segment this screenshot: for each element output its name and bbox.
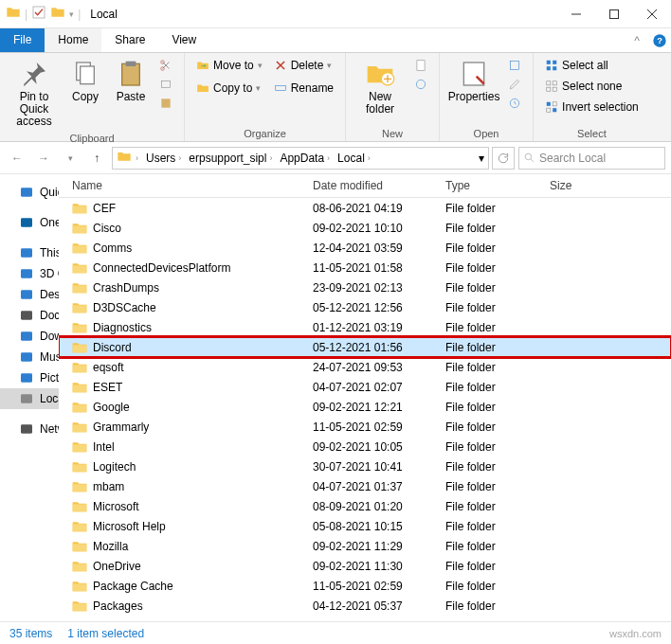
table-row[interactable]: Packages04-12-2021 05:37File folder	[59, 596, 671, 616]
rename-button[interactable]: Rename	[270, 80, 337, 97]
table-row[interactable]: Grammarly11-05-2021 02:59File folder	[59, 417, 671, 437]
copy-path-button[interactable]	[155, 76, 176, 93]
table-row[interactable]: Microsoft Help05-08-2021 10:15File folde…	[59, 516, 671, 536]
paste-icon	[116, 59, 146, 89]
crumb-users[interactable]: Users›	[142, 152, 185, 165]
svg-rect-26	[547, 81, 551, 85]
table-row[interactable]: mbam04-07-2021 01:37File folder	[59, 476, 671, 496]
copy-button[interactable]: Copy	[64, 57, 106, 105]
new-folder-button[interactable]: New folder	[354, 57, 407, 117]
svg-rect-44	[21, 394, 32, 402]
forward-button[interactable]: →	[32, 147, 55, 170]
folder-icon	[72, 580, 87, 593]
crumb-local[interactable]: Local›	[334, 152, 374, 165]
tab-home[interactable]: Home	[45, 28, 101, 52]
copy-to-button[interactable]: Copy to▾	[192, 80, 266, 97]
folder-icon	[72, 222, 87, 235]
tab-view[interactable]: View	[158, 28, 209, 52]
table-row[interactable]: Google09-02-2021 12:21File folder	[59, 397, 671, 417]
table-row[interactable]: Diagnostics01-12-2021 03:19File folder	[59, 317, 671, 337]
pin-button[interactable]: Pin to Quick access	[8, 57, 61, 131]
window-controls	[557, 0, 671, 28]
maximize-button[interactable]	[595, 0, 633, 28]
open-button[interactable]	[504, 57, 525, 74]
table-row[interactable]: Microsoft08-09-2021 01:20File folder	[59, 496, 671, 516]
col-name[interactable]: Name	[59, 174, 305, 197]
sidebar-item[interactable]: Desktop	[0, 284, 59, 305]
history-button[interactable]	[504, 95, 525, 112]
table-row[interactable]: D3DSCache05-12-2021 12:56File folder	[59, 297, 671, 317]
sidebar-item[interactable]: Documents	[0, 305, 59, 326]
sidebar-icon	[19, 287, 34, 302]
minimize-button[interactable]	[557, 0, 595, 28]
refresh-button[interactable]	[492, 147, 515, 170]
copyto-icon	[196, 81, 209, 95]
table-row[interactable]: Logitech30-07-2021 10:41File folder	[59, 456, 671, 476]
table-row[interactable]: eqsoft24-07-2021 09:53File folder	[59, 357, 671, 377]
table-row[interactable]: ESET04-07-2021 02:07File folder	[59, 377, 671, 397]
crumb-user[interactable]: erpsupport_sipl›	[185, 152, 276, 165]
table-row[interactable]: Cisco09-02-2021 10:10File folder	[59, 218, 671, 238]
table-row[interactable]: CEF08-06-2021 04:19File folder	[59, 198, 671, 218]
qat-dropdown-icon[interactable]: ▾	[69, 9, 74, 19]
sidebar-icon	[19, 421, 34, 437]
paste-shortcut-button[interactable]	[155, 95, 176, 112]
edit-button[interactable]	[504, 76, 525, 93]
easy-access-button[interactable]	[410, 76, 431, 93]
new-item-button[interactable]	[410, 57, 431, 74]
paste-button[interactable]: Paste	[110, 57, 152, 105]
folder-icon	[72, 242, 87, 255]
invert-selection-button[interactable]: Invert selection	[541, 98, 643, 116]
table-row[interactable]: Package Cache11-05-2021 02:59File folder	[59, 576, 671, 596]
crumb-appdata[interactable]: AppData›	[276, 152, 334, 165]
checkbox-icon[interactable]	[31, 5, 46, 23]
sidebar-item[interactable]: This PC	[0, 242, 59, 263]
sidebar-item[interactable]: Downloads	[0, 326, 59, 347]
table-row[interactable]: Discord05-12-2021 01:56File folder	[59, 337, 671, 357]
table-row[interactable]: ConnectedDevicesPlatform11-05-2021 01:58…	[59, 258, 671, 277]
moveto-icon	[196, 59, 209, 72]
sidebar-item[interactable]: OneDrive	[0, 212, 59, 233]
select-none-button[interactable]: Select none	[541, 78, 643, 95]
table-row[interactable]: Comms12-04-2021 03:59File folder	[59, 238, 671, 258]
svg-rect-39	[21, 290, 32, 298]
table-row[interactable]: Intel09-02-2021 10:05File folder	[59, 437, 671, 456]
up-button[interactable]: ↑	[85, 147, 108, 170]
move-to-button[interactable]: Move to▾	[192, 57, 266, 74]
sidebar-item[interactable]: Quick access	[0, 182, 59, 203]
col-size[interactable]: Size	[542, 174, 671, 197]
properties-button[interactable]: Properties	[447, 57, 500, 105]
select-all-button[interactable]: Select all	[541, 57, 643, 74]
svg-rect-31	[553, 102, 556, 106]
recent-button[interactable]: ▾	[59, 147, 82, 170]
folder-icon	[72, 500, 87, 513]
breadcrumb[interactable]: › Users› erpsupport_sipl› AppData› Local…	[112, 147, 489, 170]
sidebar-item[interactable]: Pictures	[0, 367, 59, 388]
folder-icon	[72, 281, 87, 295]
col-type[interactable]: Type	[438, 174, 542, 197]
column-headers: Name Date modified Type Size	[59, 174, 671, 198]
sidebar-item[interactable]: 3D Objects	[0, 263, 59, 284]
delete-button[interactable]: Delete▾	[270, 57, 337, 74]
svg-rect-14	[161, 98, 170, 107]
tab-share[interactable]: Share	[101, 28, 158, 52]
sidebar-item[interactable]: Music	[0, 347, 59, 367]
back-button[interactable]: ←	[6, 147, 28, 170]
col-date[interactable]: Date modified	[305, 174, 438, 197]
help-icon[interactable]: ?	[648, 28, 671, 52]
group-select: Select all Select none Invert selection …	[534, 53, 650, 141]
close-button[interactable]	[633, 0, 671, 28]
collapse-ribbon-icon[interactable]: ^	[626, 28, 648, 52]
sidebar-item[interactable]: Network	[0, 419, 59, 439]
folder-icon	[72, 202, 87, 215]
table-row[interactable]: CrashDumps23-09-2021 02:13File folder	[59, 277, 671, 297]
svg-point-34	[525, 153, 532, 160]
search-input[interactable]: Search Local	[518, 147, 665, 170]
crumb-dropdown-icon[interactable]: ▾	[479, 152, 484, 165]
title-bar: | ▾ | Local	[0, 0, 671, 28]
table-row[interactable]: OneDrive09-02-2021 11:30File folder	[59, 556, 671, 576]
tab-file[interactable]: File	[0, 28, 45, 52]
table-row[interactable]: Mozilla09-02-2021 11:29File folder	[59, 536, 671, 556]
sidebar-item[interactable]: Local Disk (C:)	[0, 388, 59, 409]
cut-button[interactable]	[155, 57, 176, 74]
